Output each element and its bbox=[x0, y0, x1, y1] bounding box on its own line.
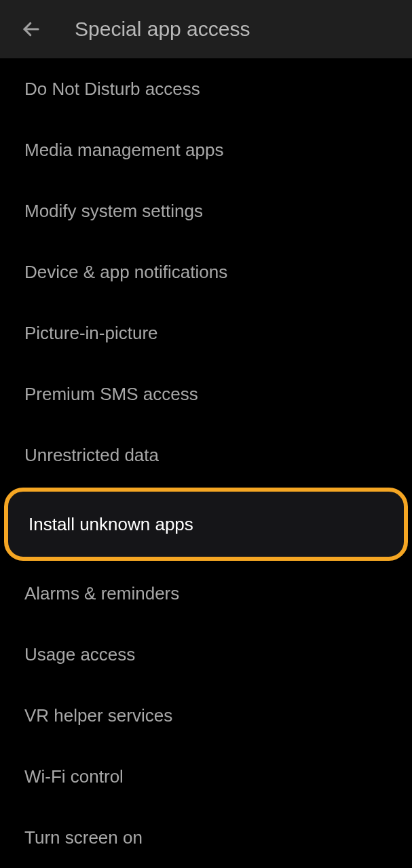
list-item-label: Media management apps bbox=[24, 140, 223, 161]
list-item-label: VR helper services bbox=[24, 705, 172, 726]
list-item-wifi-control[interactable]: Wi-Fi control bbox=[0, 746, 412, 807]
list-item-label: Turn screen on bbox=[24, 827, 143, 848]
list-item-do-not-disturb[interactable]: Do Not Disturb access bbox=[0, 58, 412, 119]
back-icon[interactable] bbox=[19, 17, 43, 41]
page-title: Special app access bbox=[75, 18, 250, 41]
list-item-label: Alarms & reminders bbox=[24, 583, 179, 604]
list-item-label: Unrestricted data bbox=[24, 445, 159, 466]
list-item-modify-system-settings[interactable]: Modify system settings bbox=[0, 180, 412, 241]
list-item-picture-in-picture[interactable]: Picture-in-picture bbox=[0, 302, 412, 363]
list-item-premium-sms[interactable]: Premium SMS access bbox=[0, 363, 412, 425]
list-item-label: Wi-Fi control bbox=[24, 766, 124, 787]
list-item-turn-screen-on[interactable]: Turn screen on bbox=[0, 807, 412, 868]
list-item-media-management[interactable]: Media management apps bbox=[0, 119, 412, 180]
list-item-label: Premium SMS access bbox=[24, 384, 198, 405]
settings-list: Do Not Disturb access Media management a… bbox=[0, 58, 412, 868]
list-item-usage-access[interactable]: Usage access bbox=[0, 624, 412, 685]
app-header: Special app access bbox=[0, 0, 412, 58]
list-item-unrestricted-data[interactable]: Unrestricted data bbox=[0, 425, 412, 486]
list-item-label: Usage access bbox=[24, 644, 135, 665]
list-item-vr-helper[interactable]: VR helper services bbox=[0, 685, 412, 746]
list-item-label: Device & app notifications bbox=[24, 262, 227, 283]
list-item-label: Modify system settings bbox=[24, 201, 203, 222]
list-item-label: Do Not Disturb access bbox=[24, 79, 200, 100]
list-item-label: Install unknown apps bbox=[29, 514, 193, 535]
list-item-install-unknown-apps[interactable]: Install unknown apps bbox=[4, 488, 408, 561]
list-item-label: Picture-in-picture bbox=[24, 323, 158, 344]
list-item-device-app-notifications[interactable]: Device & app notifications bbox=[0, 241, 412, 302]
list-item-alarms-reminders[interactable]: Alarms & reminders bbox=[0, 563, 412, 624]
